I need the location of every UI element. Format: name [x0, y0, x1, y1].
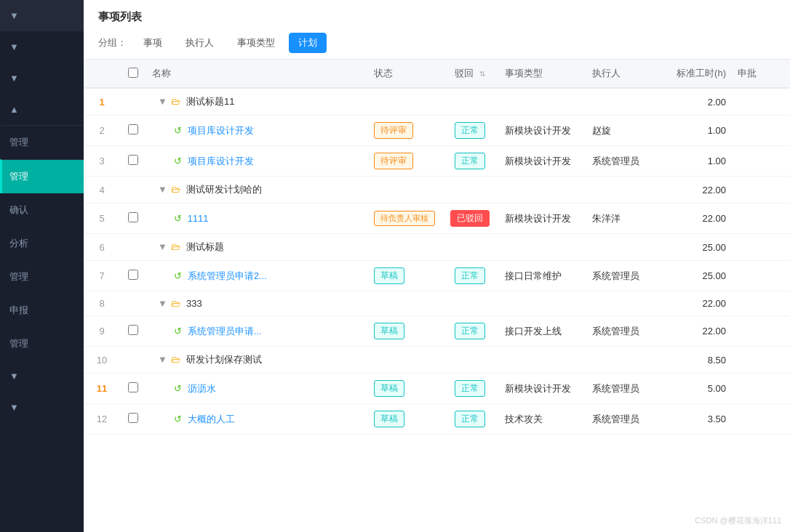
- sidebar-item-label: 管理: [9, 170, 28, 183]
- row-approve-cell: [732, 404, 790, 435]
- row-hours-cell: 25.00: [659, 234, 732, 261]
- row-assignee-cell: [586, 347, 659, 374]
- sidebar-item-analysis[interactable]: 分析: [0, 227, 84, 260]
- row-status-cell: 草稿: [368, 404, 441, 435]
- row-checkbox[interactable]: [128, 382, 138, 392]
- group-label: 分组：: [98, 36, 127, 49]
- reject-badge: 正常: [455, 380, 485, 397]
- row-status-cell: 草稿: [368, 316, 441, 347]
- row-type-cell: [499, 347, 586, 374]
- row-approve-cell: [732, 203, 790, 234]
- table-row: 6▼ 🗁 测试标题25.00: [84, 234, 790, 261]
- sidebar-item-manage3[interactable]: 管理: [0, 260, 84, 294]
- row-type-cell: [499, 291, 586, 316]
- sidebar-item-6[interactable]: ▼: [0, 392, 84, 423]
- table-row: 10▼ 🗁 研发计划保存测试8.50: [84, 347, 790, 374]
- folder-icon: 🗁: [171, 96, 183, 107]
- page-header: 事项列表 分组： 事项 执行人 事项类型 计划: [84, 0, 790, 60]
- task-name-link[interactable]: 大概的人工: [188, 414, 235, 424]
- task-name-link[interactable]: 系统管理员申请2...: [188, 270, 267, 281]
- sidebar-item-4[interactable]: ▲: [0, 94, 84, 125]
- row-reject-cell: 正常: [441, 261, 499, 291]
- folder-name: 研发计划保存测试: [186, 354, 262, 365]
- status-badge: 待负责人审核: [374, 211, 435, 226]
- row-checkbox[interactable]: [128, 270, 138, 280]
- row-name-cell: ↺ 沥沥水: [146, 374, 368, 404]
- status-badge: 草稿: [374, 411, 404, 427]
- row-number: 12: [84, 404, 120, 435]
- row-checkbox[interactable]: [128, 124, 138, 134]
- row-checkbox-cell: [120, 374, 146, 404]
- row-type-cell: 新模块设计开发: [499, 146, 586, 177]
- table-row: 2↺ 项目库设计开发待评审正常新模块设计开发赵旋1.00: [84, 116, 790, 146]
- row-hours-cell: 3.50: [659, 404, 732, 435]
- folder-icon: 🗁: [171, 184, 183, 195]
- row-approve-cell: [732, 347, 790, 374]
- status-badge: 草稿: [374, 267, 404, 284]
- row-type-cell: [499, 177, 586, 203]
- sidebar-item-label: 分析: [9, 237, 28, 250]
- task-name-link[interactable]: 项目库设计开发: [188, 125, 254, 136]
- row-reject-cell: [441, 347, 499, 374]
- table-header-row: 名称 状态 驳回 ⇅ 事项类型 执行人 标准工时(h) 申批: [84, 60, 790, 88]
- task-icon: ↺: [174, 213, 185, 224]
- table-container: 名称 状态 驳回 ⇅ 事项类型 执行人 标准工时(h) 申批 1▼ 🗁 测试标题…: [84, 60, 790, 532]
- row-checkbox-cell: [120, 316, 146, 347]
- row-status-cell: [368, 291, 441, 316]
- row-hours-cell: 1.00: [659, 146, 732, 177]
- task-name-link[interactable]: 项目库设计开发: [188, 156, 254, 166]
- sidebar-item-3[interactable]: ▼: [0, 63, 84, 94]
- row-status-cell: [368, 234, 441, 261]
- sidebar-item-1[interactable]: ▼: [0, 0, 84, 31]
- row-status-cell: 草稿: [368, 374, 441, 404]
- row-reject-cell: 正常: [441, 316, 499, 347]
- sidebar-item-manage2[interactable]: 管理: [0, 159, 84, 193]
- task-name-link[interactable]: 系统管理员申请...: [188, 326, 262, 336]
- row-assignee-cell: 系统管理员: [586, 316, 659, 347]
- row-checkbox[interactable]: [128, 325, 138, 335]
- folder-arrow-icon: ▼: [158, 241, 169, 252]
- folder-name: 测试研发计划哈的: [186, 184, 262, 195]
- tab-assignee[interactable]: 执行人: [176, 33, 223, 53]
- row-checkbox[interactable]: [128, 212, 138, 222]
- row-checkbox-cell: [120, 291, 146, 316]
- row-name-cell: ▼ 🗁 测试标题: [146, 234, 368, 261]
- row-checkbox[interactable]: [128, 413, 138, 423]
- task-icon: ↺: [174, 270, 185, 281]
- row-checkbox-cell: [120, 347, 146, 374]
- row-hours-cell: 22.00: [659, 291, 732, 316]
- main-content: 事项列表 分组： 事项 执行人 事项类型 计划 名称 状态 驳回: [84, 0, 790, 532]
- row-assignee-cell: 朱洋洋: [586, 203, 659, 234]
- row-status-cell: 待评审: [368, 146, 441, 177]
- sidebar-item-confirm[interactable]: 确认: [0, 193, 84, 227]
- row-hours-cell: 8.50: [659, 347, 732, 374]
- table-body: 1▼ 🗁 测试标题112.002↺ 项目库设计开发待评审正常新模块设计开发赵旋1…: [84, 88, 790, 435]
- folder-arrow-icon: ▼: [158, 96, 169, 107]
- sidebar-item-manage1[interactable]: 管理: [0, 125, 84, 159]
- tab-type[interactable]: 事项类型: [228, 33, 284, 53]
- task-name-link[interactable]: 1111: [188, 213, 209, 224]
- row-type-cell: 新模块设计开发: [499, 374, 586, 404]
- folder-icon: 🗁: [171, 241, 183, 252]
- row-assignee-cell: 系统管理员: [586, 146, 659, 177]
- sidebar-item-manage4[interactable]: 管理: [0, 327, 84, 360]
- tab-item[interactable]: 事项: [134, 33, 172, 53]
- folder-name: 测试标题: [186, 241, 224, 252]
- row-name-cell: ▼ 🗁 测试标题11: [146, 88, 368, 116]
- tab-plan[interactable]: 计划: [289, 33, 327, 53]
- row-name-cell: ↺ 系统管理员申请2...: [146, 261, 368, 291]
- row-checkbox[interactable]: [128, 155, 138, 165]
- folder-arrow-icon: ▼: [158, 184, 169, 195]
- task-name-link[interactable]: 沥沥水: [188, 383, 216, 394]
- row-assignee-cell: [586, 88, 659, 116]
- col-header-reject[interactable]: 驳回 ⇅: [441, 60, 499, 88]
- row-checkbox-cell: [120, 234, 146, 261]
- select-all-checkbox[interactable]: [128, 68, 138, 78]
- sidebar-item-5[interactable]: ▼: [0, 360, 84, 392]
- row-reject-cell: [441, 234, 499, 261]
- row-number: 3: [84, 146, 120, 177]
- sidebar-item-report[interactable]: 申报: [0, 294, 84, 327]
- sidebar-item-2[interactable]: ▼: [0, 31, 84, 63]
- row-checkbox-cell: [120, 404, 146, 435]
- chevron-down-icon: ▼: [9, 371, 19, 382]
